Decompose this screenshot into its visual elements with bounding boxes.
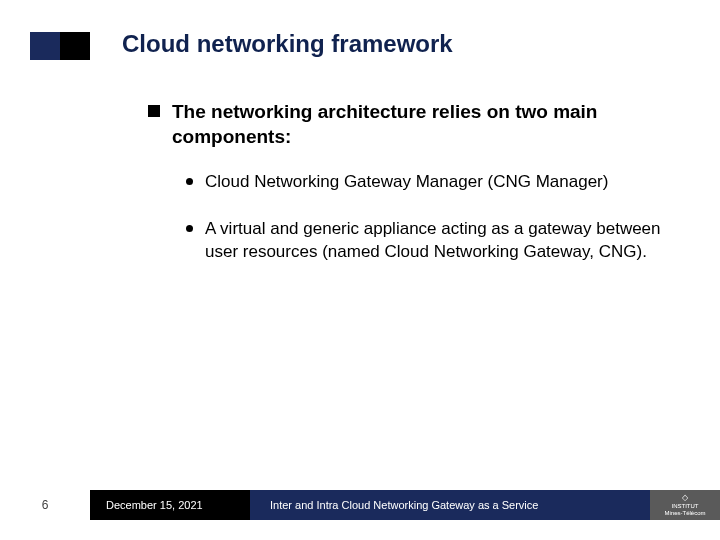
bullet-level2: A virtual and generic appliance acting a… bbox=[186, 218, 690, 264]
stripe-segment bbox=[60, 32, 90, 60]
footer-logo: ◇ INSTITUT Mines-Télécom bbox=[650, 490, 720, 520]
square-bullet-icon bbox=[148, 105, 160, 117]
footer-date: December 15, 2021 bbox=[90, 490, 250, 520]
bullet-level1: The networking architecture relies on tw… bbox=[148, 100, 690, 149]
dot-bullet-icon bbox=[186, 178, 193, 185]
dot-bullet-icon bbox=[186, 225, 193, 232]
diamond-icon: ◇ bbox=[682, 493, 688, 503]
logo-text-line2: Mines-Télécom bbox=[664, 510, 705, 517]
bullet-level2: Cloud Networking Gateway Manager (CNG Ma… bbox=[186, 171, 690, 194]
logo-text-line1: INSTITUT bbox=[672, 503, 699, 510]
stripe-segment bbox=[90, 32, 120, 60]
footer-title: Inter and Intra Cloud Networking Gateway… bbox=[250, 490, 650, 520]
point-text: A virtual and generic appliance acting a… bbox=[205, 218, 690, 264]
slide-title: Cloud networking framework bbox=[122, 30, 453, 58]
stripe-segment bbox=[0, 32, 30, 60]
footer-bar: 6 December 15, 2021 Inter and Intra Clou… bbox=[0, 490, 720, 520]
page-number: 6 bbox=[0, 490, 90, 520]
stripe-segment bbox=[30, 32, 60, 60]
intro-text: The networking architecture relies on tw… bbox=[172, 100, 690, 149]
slide-content: The networking architecture relies on tw… bbox=[148, 100, 690, 288]
point-text: Cloud Networking Gateway Manager (CNG Ma… bbox=[205, 171, 608, 194]
header-stripe bbox=[0, 32, 120, 60]
